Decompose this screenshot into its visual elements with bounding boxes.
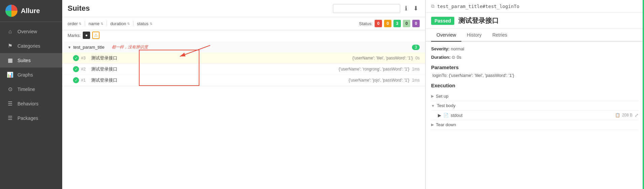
pass-icon: ✓ (73, 55, 79, 61)
severity-value: normal (451, 46, 464, 51)
info-icon[interactable]: ℹ (404, 3, 409, 13)
divider2 (107, 21, 107, 26)
teardown-item[interactable]: ▶ Tear down (431, 120, 639, 130)
duration-value: 0s (457, 55, 461, 60)
sidebar-item-suites[interactable]: ▦ Suites (0, 53, 62, 67)
name-sort-icon: ⇅ (101, 22, 103, 26)
row-params: {'userName': 'lilei', 'passWord': '1'} (352, 56, 413, 60)
test-name: 测试登录接口 (91, 66, 339, 72)
suite-group-header[interactable]: ▼ test_param_title 都一样，没有辨识度 3 (62, 42, 425, 53)
status-sort-icon: ⇅ (150, 22, 152, 26)
name-column-header[interactable]: name ⇅ (88, 21, 103, 26)
main-panel: Suites ℹ ⬇ order ⇅ name ⇅ duration ⇅ sta… (62, 0, 425, 189)
table-controls: order ⇅ name ⇅ duration ⇅ status ⇅ Statu… (62, 17, 425, 30)
execution-section: ▶ Set up ▼ Test body ▶ 📄 stdout 📋 208 B … (431, 92, 639, 130)
status-badge-skipped[interactable]: 0 (403, 20, 410, 27)
execution-section-title: Execution (431, 83, 639, 88)
chevron-down-icon: ▼ (431, 104, 435, 108)
sidebar: Allure ⌂ Overview ⚑ Categories ▦ Suites … (0, 0, 62, 189)
status-badge-broken[interactable]: 0 (384, 20, 391, 27)
page-title: Suites (68, 4, 90, 13)
pass-icon: ✓ (73, 66, 79, 72)
table-row[interactable]: ✓ #1 测试登录接口 {'userName': 'jojo', 'passWo… (62, 75, 425, 86)
row-duration: 1ms (412, 67, 420, 72)
duration-sort-icon: ⇅ (127, 22, 130, 26)
app-title: Allure (21, 7, 40, 15)
annotation-text: 都一样，没有辨识度 (112, 44, 148, 50)
expand-icon[interactable]: ⤢ (635, 112, 639, 118)
marks-label: Marks: (68, 33, 81, 38)
sidebar-item-timeline[interactable]: ⊙ Timeline (0, 82, 62, 96)
table-row[interactable]: ✓ #3 测试登录接口 {'userName': 'lilei', 'passW… (62, 53, 425, 64)
timeline-icon: ⊙ (7, 86, 13, 92)
row-duration: 1ms (412, 78, 420, 83)
param-key: loginTo: (432, 73, 449, 78)
order-column-header[interactable]: order ⇅ (68, 21, 81, 26)
chevron-right-icon2: ▶ (438, 113, 441, 118)
download-icon[interactable]: ⬇ (412, 3, 420, 13)
sidebar-item-overview[interactable]: ⌂ Overview (0, 25, 62, 39)
main-header: Suites ℹ ⬇ (62, 0, 425, 17)
passed-badge: Passed (431, 17, 454, 25)
status-badge-passed[interactable]: 3 (393, 20, 401, 27)
divider (85, 21, 85, 26)
packages-icon: ☰ (7, 115, 13, 121)
pass-icon: ✓ (73, 77, 79, 83)
row-duration: 0s (415, 56, 420, 60)
tab-retries[interactable]: Retries (487, 29, 513, 42)
order-sort-icon: ⇅ (79, 22, 81, 26)
mark-warn-icon[interactable]: ⚠ (92, 32, 100, 39)
marks-row: Marks: ● ⚠ (62, 30, 425, 42)
file-icon: 📄 (443, 113, 449, 118)
file-info: 📋 208 B ⤢ (615, 112, 639, 118)
row-params: {'userName': 'jojo', 'passWord': '1'} (348, 78, 409, 83)
flag-icon: ⚑ (7, 43, 13, 49)
test-body-item[interactable]: ▼ Test body (431, 101, 639, 110)
stdout-label: stdout (451, 113, 462, 118)
divider3 (133, 21, 134, 26)
sidebar-item-packages[interactable]: ☰ Packages (0, 111, 62, 125)
table-row[interactable]: ✓ #2 测试登录接口 {'userName': 'rongrong', 'pa… (62, 64, 425, 75)
sidebar-item-categories[interactable]: ⚑ Categories (0, 39, 62, 53)
mark-flaky-icon[interactable]: ● (83, 32, 90, 39)
status-badge-unknown[interactable]: 0 (412, 20, 420, 27)
chevron-right-icon: ▶ (431, 94, 434, 98)
duration-row: Duration: ⊙ 0s (431, 55, 639, 60)
param-value: {'userName': 'lilei', 'passWord': '1'} (449, 73, 514, 78)
status-column-header[interactable]: status ⇅ (137, 21, 152, 26)
detail-tabs: Overview History Retries (426, 29, 644, 42)
home-icon: ⌂ (7, 29, 13, 35)
severity-row: Severity: normal (431, 46, 639, 51)
row-number: #2 (81, 67, 89, 72)
allure-logo-icon (5, 5, 17, 17)
parameters-section-title: Parameters (431, 64, 639, 70)
tab-overview[interactable]: Overview (431, 29, 461, 42)
setup-item[interactable]: ▶ Set up (431, 92, 639, 101)
setup-label: Set up (436, 94, 449, 99)
suite-group-name: test_param_title (73, 45, 105, 50)
stdout-item[interactable]: ▶ 📄 stdout 📋 208 B ⤢ (431, 110, 639, 120)
tab-history[interactable]: History (461, 29, 487, 42)
teardown-label: Tear down (436, 122, 456, 127)
sidebar-nav: ⌂ Overview ⚑ Categories ▦ Suites 📊 Graph… (0, 22, 62, 189)
duration-column-header[interactable]: duration ⇅ (110, 21, 130, 26)
graphs-icon: 📊 (7, 72, 13, 78)
copy-icon[interactable]: ⧉ (431, 3, 434, 9)
suites-icon: ▦ (7, 57, 13, 63)
suite-count-badge: 3 (412, 45, 420, 50)
sidebar-item-graphs[interactable]: 📊 Graphs (0, 67, 62, 82)
duration-label: Duration: (431, 55, 451, 60)
green-status-bar (643, 0, 644, 189)
detail-title: 测试登录接口 (458, 16, 499, 25)
status-badge-failed[interactable]: 0 (375, 20, 382, 27)
test-name: 测试登录接口 (91, 55, 352, 61)
duration-icon: ⊙ (452, 55, 457, 60)
search-input[interactable] (333, 4, 400, 13)
sidebar-item-behaviors[interactable]: ☰ Behaviors (0, 96, 62, 111)
row-number: #1 (81, 78, 89, 83)
row-params: {'userName': 'rongrong', 'passWord': '1'… (339, 67, 409, 72)
suite-group: ▼ test_param_title 都一样，没有辨识度 3 ✓ #3 测试登录… (62, 42, 425, 86)
file-size: 208 B (622, 113, 633, 117)
chevron-right-icon3: ▶ (431, 123, 434, 127)
severity-label: Severity: (431, 46, 450, 51)
